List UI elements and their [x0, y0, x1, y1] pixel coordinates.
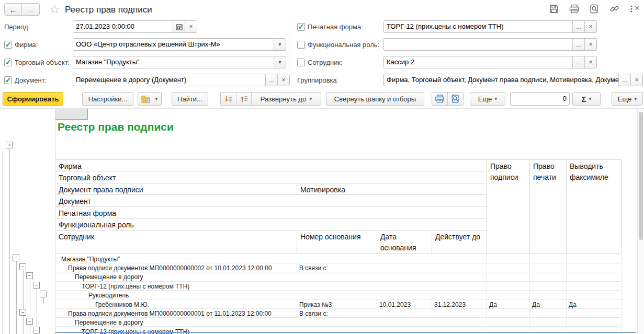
row-group-func-role[interactable]: Руководитель	[55, 291, 487, 299]
row-group-sign-doc[interactable]: Права подписи документов МП0000000000001…	[55, 309, 297, 317]
trade-object-checkbox[interactable]: ✓	[4, 59, 12, 66]
row-group-print-form[interactable]: ТОРГ-12 (прих.цены с номером ТТН)	[55, 327, 487, 334]
forward-button[interactable]: →	[22, 3, 40, 16]
expand-to-label: Развернуть до	[261, 95, 306, 103]
more-button-2[interactable]: Еще ▾	[612, 92, 643, 106]
calendar-button[interactable]	[173, 21, 185, 32]
scrollbar-thumb[interactable]	[639, 112, 643, 240]
tree-collapse-level2[interactable]: −	[19, 309, 26, 316]
tree-collapse-level3[interactable]: −	[26, 318, 33, 325]
print-report-button[interactable]	[432, 93, 447, 105]
grouping-clear-button[interactable]: ×	[630, 74, 642, 86]
tree-expand-root[interactable]: +	[6, 142, 13, 148]
link-icon[interactable]	[609, 4, 619, 14]
firm-checkbox[interactable]: ✓	[4, 41, 12, 49]
selected-cell[interactable]	[55, 109, 88, 120]
column-header-valid-until[interactable]: Действует до	[432, 231, 487, 243]
row-basis-number[interactable]: Приказ №3	[297, 300, 377, 308]
func-role-clear-button[interactable]: ×	[584, 39, 596, 50]
print-form-checkbox[interactable]: ✓	[297, 23, 305, 31]
employee-select-button[interactable]: ...	[572, 56, 584, 68]
app-window: ← → ☆ Реестр прав подписи × Период: 27.0…	[0, 0, 644, 334]
trade-object-input[interactable]: Магазин "Продукты"	[73, 56, 274, 68]
save-icon[interactable]	[549, 4, 559, 14]
column-header-func-role[interactable]: Функциональная роль	[55, 218, 487, 230]
sort-ascending-button[interactable]	[236, 93, 251, 105]
document-select-button[interactable]: ...	[265, 74, 277, 86]
generate-button[interactable]: Сформировать	[3, 92, 63, 106]
counter-input[interactable]: 0	[511, 93, 569, 105]
favorite-star-icon[interactable]: ☆	[49, 2, 60, 16]
tree-collapse-level4[interactable]: −	[33, 327, 40, 333]
collapse-header-button[interactable]: Свернуть шапку и отборы	[326, 92, 424, 106]
column-header-basis-date[interactable]: Дата основания	[377, 231, 432, 254]
grouping-input[interactable]: Фирма, Торговый объект, Документ права п…	[384, 74, 618, 86]
row-sign-right[interactable]: Да	[487, 300, 529, 308]
firm-input[interactable]: ООО «Центр отраслевых решений Штрих-М»	[73, 39, 274, 50]
plus-icon: +	[7, 142, 10, 148]
column-header-print-form[interactable]: Печатная форма	[55, 207, 487, 218]
find-button[interactable]: Найти...	[172, 92, 208, 106]
tree-collapse-level3[interactable]: −	[26, 272, 33, 279]
column-header-print-right[interactable]: Право печати	[529, 160, 566, 183]
column-header-basis-number[interactable]: Номер основания	[297, 231, 377, 242]
print-form-clear-button[interactable]: ×	[584, 21, 596, 32]
print-preview-button[interactable]	[447, 93, 463, 105]
row-print-right[interactable]: Да	[529, 300, 566, 308]
print-form-select-button[interactable]: ...	[572, 21, 584, 32]
more-kebab-icon[interactable]	[630, 4, 633, 14]
sort-descending-button[interactable]	[221, 93, 236, 105]
expand-to-button[interactable]: Развернуть до ▾	[251, 93, 321, 105]
period-clear-button[interactable]: ×	[185, 21, 197, 32]
grouping-select-button[interactable]: ...	[618, 74, 630, 86]
row-motivation[interactable]: В связи с:	[297, 263, 487, 272]
document-clear-button[interactable]: ×	[277, 74, 289, 86]
func-role-checkbox[interactable]: ✓	[297, 41, 305, 49]
column-header-firm[interactable]: Фирма	[55, 160, 487, 171]
document-checkbox[interactable]: ✓	[4, 76, 12, 84]
tree-collapse-level4[interactable]: −	[33, 282, 40, 289]
func-role-input[interactable]	[384, 39, 572, 50]
back-button[interactable]: ←	[4, 3, 22, 16]
column-header-fax[interactable]: Выводить факсимиле	[566, 160, 621, 183]
preview-icon[interactable]	[590, 4, 599, 14]
settings-button[interactable]: Настройки...	[82, 92, 133, 106]
print-form-input[interactable]: ТОРГ-12 (прих.цены с номером ТТН)	[384, 21, 572, 32]
row-group-print-form[interactable]: ТОРГ-12 (прих.цены с номером ТТН)	[55, 282, 487, 290]
page-title: Реестр прав подписи	[65, 5, 152, 15]
column-header-document[interactable]: Документ	[55, 195, 487, 206]
back-arrow-icon: ←	[9, 5, 17, 14]
tree-collapse-level1[interactable]: −	[13, 255, 19, 261]
row-group-document[interactable]: Перемещение в дорогу	[55, 272, 487, 281]
trade-object-dropdown-button[interactable]: ▾	[274, 56, 286, 68]
more-button[interactable]: Еще ▾	[470, 92, 505, 106]
sigma-icon: Σ	[581, 95, 586, 103]
func-role-select-button[interactable]: ...	[572, 39, 584, 50]
column-header-trade-object[interactable]: Торговый объект	[55, 171, 487, 183]
column-header-sign-doc[interactable]: Документ права подписи	[55, 183, 297, 195]
employee-clear-button[interactable]: ×	[584, 56, 596, 68]
document-input[interactable]: Перемещение в дорогу (Документ)	[73, 74, 265, 86]
row-group-sign-doc[interactable]: Права подписи документов МП0000000000002…	[55, 263, 297, 272]
period-input[interactable]: 27.01.2023 0:00:00	[73, 21, 173, 32]
report-variants-button[interactable]: ▾	[138, 92, 162, 106]
column-header-sign-right[interactable]: Право подписи	[487, 160, 529, 183]
row-fax[interactable]: Да	[566, 300, 621, 308]
sum-button[interactable]: Σ ▾	[572, 92, 601, 106]
employee-checkbox[interactable]: ✓	[297, 59, 305, 66]
column-header-employee[interactable]: Сотрудник	[55, 231, 297, 242]
column-header-motivation[interactable]: Мотивировка	[297, 183, 487, 195]
employee-input[interactable]: Кассир 2	[384, 56, 572, 68]
row-employee[interactable]: Гребенников М.Ю.	[55, 300, 297, 308]
row-group-trade-object[interactable]: Магазин "Продукты"	[55, 255, 487, 263]
row-motivation[interactable]: В связи с:	[297, 309, 487, 317]
tree-collapse-level5[interactable]: −	[40, 291, 47, 297]
row-group-document[interactable]: Перемещение в дорогу	[55, 318, 487, 326]
row-valid-until[interactable]: 31.12.2023	[432, 300, 487, 308]
tree-collapse-level2[interactable]: −	[19, 263, 26, 270]
close-form-icon[interactable]: ×	[635, 3, 640, 14]
row-basis-date[interactable]: 10.01.2023	[377, 300, 432, 308]
vertical-scrollbar[interactable]	[637, 109, 644, 334]
print-icon[interactable]	[569, 4, 579, 14]
firm-dropdown-button[interactable]: ▾	[274, 39, 286, 50]
